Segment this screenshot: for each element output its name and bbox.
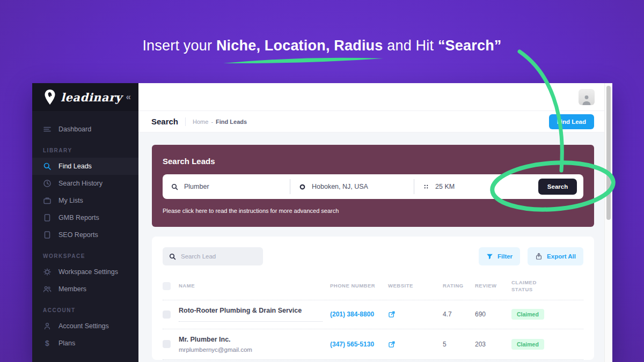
sidebar: leadinary « Dashboard LIBRARY Find Leads… bbox=[32, 83, 138, 362]
row-checkbox[interactable] bbox=[163, 340, 171, 348]
lead-review: 690 bbox=[475, 311, 511, 318]
page-title: Search bbox=[151, 117, 178, 126]
note-text: to read the instructions for more advanc… bbox=[207, 208, 339, 214]
avatar-person-icon bbox=[581, 93, 592, 105]
search-icon bbox=[169, 253, 176, 260]
sidebar-item-label: GMB Reports bbox=[58, 214, 99, 221]
headline-bold-niche: Niche, Location, Radius bbox=[216, 38, 383, 54]
sidebar-item-label: Search History bbox=[58, 180, 103, 187]
results-card: Filter Export All NAME PHONE NUMBER WEBS… bbox=[152, 237, 594, 360]
clock-icon bbox=[43, 179, 52, 188]
dollar-icon: $ bbox=[43, 339, 52, 348]
breadcrumb-home[interactable]: Home bbox=[193, 119, 208, 125]
sidebar-item-my-lists[interactable]: My Lists bbox=[32, 192, 138, 209]
avatar[interactable] bbox=[579, 89, 595, 105]
sidebar-item-find-leads[interactable]: Find Leads bbox=[32, 158, 138, 175]
lead-website-cell bbox=[388, 311, 443, 318]
filter-funnel-icon bbox=[486, 253, 493, 260]
users-icon bbox=[43, 285, 52, 293]
lead-phone[interactable]: (201) 384-8800 bbox=[330, 311, 388, 318]
logo-bar: leadinary « bbox=[32, 83, 138, 111]
lead-email-placeholder bbox=[179, 317, 323, 322]
headline-part1: Insert your bbox=[142, 38, 216, 54]
instructions-note: Please click here to read the instructio… bbox=[163, 208, 583, 214]
lead-status-cell: Claimed bbox=[511, 339, 583, 350]
sidebar-item-account-settings[interactable]: Account Settings bbox=[32, 317, 138, 335]
lead-website-cell bbox=[388, 341, 443, 348]
main-area: Search Home-Find Leads Find Lead Search … bbox=[138, 83, 604, 362]
divider bbox=[185, 117, 186, 126]
headline: Insert your Niche, Location, Radius and … bbox=[0, 38, 644, 54]
search-icon bbox=[43, 162, 52, 171]
results-toolbar: Filter Export All bbox=[163, 247, 583, 265]
external-link-icon[interactable] bbox=[388, 341, 396, 348]
search-icon bbox=[171, 183, 178, 190]
headline-bold-search: “Search” bbox=[438, 38, 502, 54]
filter-button[interactable]: Filter bbox=[479, 247, 520, 265]
document-icon bbox=[43, 231, 52, 239]
leads-table: NAME PHONE NUMBER WEBSITE RATING REVIEW … bbox=[163, 275, 583, 360]
note-text: Please click bbox=[163, 208, 195, 214]
location-icon bbox=[299, 183, 306, 190]
search-button[interactable]: Search bbox=[538, 179, 577, 195]
sidebar-item-label: Plans bbox=[58, 339, 75, 347]
sidebar-item-seo-reports[interactable]: SEO Reports bbox=[32, 226, 138, 243]
breadcrumb: Home-Find Leads bbox=[193, 119, 247, 125]
content: Search Leads Plumber Hoboken, NJ, USA 2 bbox=[138, 132, 604, 362]
menu-icon bbox=[43, 125, 52, 134]
niche-input[interactable]: Plumber bbox=[163, 183, 290, 190]
radius-input[interactable]: 25 KM bbox=[414, 183, 495, 190]
lead-name: Mr. Plumber Inc. bbox=[179, 336, 330, 343]
export-all-button[interactable]: Export All bbox=[528, 247, 583, 265]
sidebar-item-search-history[interactable]: Search History bbox=[32, 175, 138, 192]
scrollbar-thumb[interactable] bbox=[606, 86, 611, 220]
top-header bbox=[138, 83, 604, 111]
location-input[interactable]: Hoboken, NJ, USA bbox=[290, 183, 414, 190]
location-value: Hoboken, NJ, USA bbox=[312, 183, 368, 190]
col-header-claimed-status: CLAIMED STATUS bbox=[511, 279, 544, 293]
app-window: leadinary « Dashboard LIBRARY Find Leads… bbox=[32, 83, 612, 362]
sidebar-item-dashboard[interactable]: Dashboard bbox=[32, 121, 138, 138]
sidebar-section-workspace: WORKSPACE bbox=[32, 243, 138, 263]
radius-dots-icon bbox=[423, 183, 429, 190]
sidebar-item-label: Members bbox=[58, 285, 86, 293]
person-icon bbox=[43, 322, 52, 330]
lead-search-field[interactable] bbox=[163, 247, 263, 265]
sidebar-item-workspace-settings[interactable]: Workspace Settings bbox=[32, 263, 138, 280]
sidebar-item-label: My Lists bbox=[58, 197, 83, 204]
sidebar-item-label: Find Leads bbox=[58, 162, 92, 170]
breadcrumb-separator: - bbox=[211, 119, 213, 125]
headline-underline-swoosh bbox=[223, 58, 383, 63]
sidebar-item-label: Account Settings bbox=[58, 322, 109, 330]
row-checkbox[interactable] bbox=[163, 311, 171, 319]
external-link-icon[interactable] bbox=[388, 311, 396, 318]
export-icon bbox=[535, 253, 543, 260]
lead-name-cell: Mr. Plumber Inc. mrplumbernyc@gmail.com bbox=[179, 336, 330, 353]
headline-part2: and Hit bbox=[383, 38, 438, 54]
table-row: Roto-Rooter Plumbing & Drain Service (20… bbox=[163, 300, 583, 329]
export-label: Export All bbox=[547, 253, 576, 260]
lead-email: mrplumbernyc@gmail.com bbox=[179, 346, 330, 353]
window-scrollbar[interactable] bbox=[604, 83, 612, 362]
lead-phone[interactable]: (347) 565-5130 bbox=[330, 341, 388, 348]
search-bar: Plumber Hoboken, NJ, USA 25 KM Search bbox=[163, 174, 583, 199]
breadcrumb-current: Find Leads bbox=[216, 119, 247, 125]
sidebar-item-members[interactable]: Members bbox=[32, 280, 138, 298]
sidebar-item-label: Workspace Settings bbox=[58, 268, 118, 276]
filter-label: Filter bbox=[497, 253, 513, 260]
search-leads-panel: Search Leads Plumber Hoboken, NJ, USA 2 bbox=[152, 145, 594, 227]
col-header-rating: RATING bbox=[443, 283, 475, 290]
sidebar-nav: Dashboard LIBRARY Find Leads Search Hist… bbox=[32, 111, 138, 352]
sub-header: Search Home-Find Leads Find Lead bbox=[138, 111, 604, 132]
lead-search-input[interactable] bbox=[181, 253, 257, 260]
radius-value: 25 KM bbox=[435, 183, 455, 190]
instructions-link[interactable]: here bbox=[195, 208, 207, 214]
col-header-website: WEBSITE bbox=[388, 283, 443, 290]
lead-name-cell: Roto-Rooter Plumbing & Drain Service bbox=[179, 307, 330, 322]
status-badge: Claimed bbox=[511, 339, 544, 350]
sidebar-item-plans[interactable]: $ Plans bbox=[32, 335, 138, 352]
select-all-checkbox[interactable] bbox=[163, 282, 171, 290]
sidebar-item-gmb-reports[interactable]: GMB Reports bbox=[32, 209, 138, 226]
find-lead-button[interactable]: Find Lead bbox=[549, 114, 594, 129]
sidebar-collapse-icon[interactable]: « bbox=[126, 92, 131, 102]
